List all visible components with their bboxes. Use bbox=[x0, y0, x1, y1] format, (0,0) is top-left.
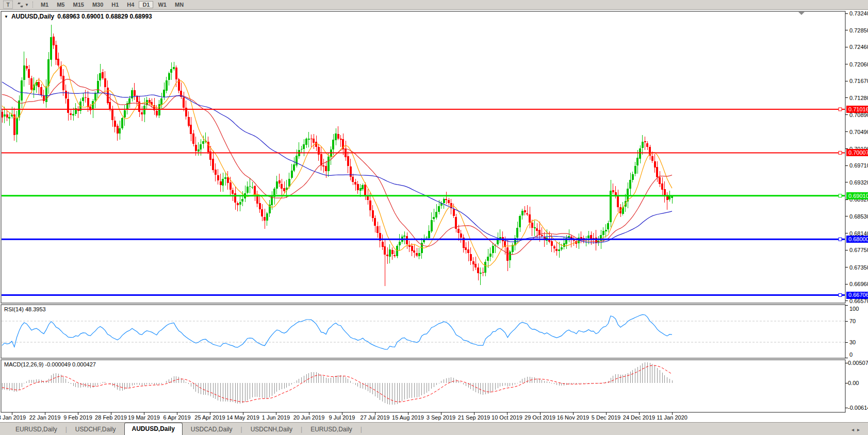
symbol-dropdown-icon[interactable]: ▼ bbox=[4, 14, 8, 19]
tab-scroll-arrows[interactable]: ◂▸ bbox=[851, 427, 863, 435]
timeframe-h1-button[interactable]: H1 bbox=[108, 1, 122, 8]
price-tick-label: 0.68140 bbox=[849, 230, 868, 237]
date-tick-label: 11 Jan 2020 bbox=[657, 414, 687, 421]
timeframe-d1-button[interactable]: D1 bbox=[139, 1, 153, 8]
price-tick-label: 0.73240 bbox=[849, 10, 868, 16]
timeframe-m1-button[interactable]: M1 bbox=[37, 1, 52, 8]
price-tick-label: 0.72850 bbox=[849, 27, 868, 34]
timeframe-m30-button[interactable]: M30 bbox=[89, 1, 107, 8]
top-toolbar: T ▼ M1 M5 M15 M30 H1 H4 D1 W1 MN bbox=[0, 0, 868, 10]
timeframe-m15-button[interactable]: M15 bbox=[69, 1, 87, 8]
hline-price-tag: 0.70007 bbox=[848, 149, 868, 156]
tab-separator: | bbox=[361, 426, 362, 435]
mt4-window: { "toolbar": { "text_tool": "T", "timefr… bbox=[0, 0, 868, 435]
hline-handle[interactable] bbox=[839, 294, 842, 297]
price-tick-label: 0.67350 bbox=[849, 264, 868, 271]
date-tick-label: 29 Oct 2019 bbox=[525, 414, 555, 421]
hline-handle[interactable] bbox=[839, 194, 842, 197]
price-tick-label: 0.66570 bbox=[849, 298, 868, 304]
date-tick-label: 16 Nov 2019 bbox=[557, 414, 589, 421]
macd-indicator-label: MACD(12,26,9) -0.000049 0.000427 bbox=[4, 361, 96, 367]
timeframe-mn-button[interactable]: MN bbox=[171, 1, 187, 8]
price-tick-label: 0.71280 bbox=[849, 95, 868, 101]
macd-tick-label: -0.006148 bbox=[848, 405, 868, 411]
hline-price-tag: 0.69010 bbox=[848, 193, 868, 199]
main-chart-pane[interactable] bbox=[1, 11, 845, 303]
price-tick-label: 0.72460 bbox=[849, 44, 868, 50]
rsi-tick-label: 100 bbox=[849, 306, 859, 312]
date-tick-label: 19 Mar 2019 bbox=[128, 414, 160, 421]
price-tick-label: 0.72060 bbox=[849, 61, 868, 68]
date-tick-label: 27 Jul 2019 bbox=[361, 414, 390, 421]
tab-audusd-active[interactable]: AUDUSD,Daily bbox=[124, 423, 183, 435]
macd-pane[interactable] bbox=[1, 360, 845, 412]
tab-usdchf[interactable]: USDCHF,Daily bbox=[67, 424, 124, 435]
ohlc-values: 0.68963 0.69001 0.68829 0.68993 bbox=[57, 13, 152, 20]
timeframe-h4-button[interactable]: H4 bbox=[123, 1, 138, 8]
hline-price-tag: 0.66706 bbox=[848, 292, 868, 298]
rsi-tick-label: 0 bbox=[849, 352, 853, 358]
date-tick-label: 6 Apr 2019 bbox=[163, 414, 190, 421]
tab-eurusd-1[interactable]: EURUSD,Daily bbox=[7, 424, 65, 435]
date-axis: 3 Jan 201922 Jan 20199 Feb 201928 Feb 20… bbox=[0, 412, 687, 421]
date-tick-label: 9 Jul 2019 bbox=[329, 414, 355, 421]
hline-handle[interactable] bbox=[839, 108, 842, 111]
symbol-label: AUDUSD,Daily bbox=[11, 13, 54, 20]
timeframe-m5-button[interactable]: M5 bbox=[53, 1, 68, 8]
price-tick-label: 0.71670 bbox=[849, 78, 868, 84]
price-tick-label: 0.69320 bbox=[849, 179, 868, 186]
date-tick-label: 21 Sep 2019 bbox=[458, 414, 490, 421]
price-axis: 0.732400.728500.724600.720600.716700.712… bbox=[845, 10, 868, 411]
date-tick-label: 3 Jan 2019 bbox=[0, 414, 26, 421]
macd-tick-label: 0.00 bbox=[848, 380, 859, 386]
hline-handle[interactable] bbox=[839, 238, 842, 241]
price-tick-label: 0.67750 bbox=[849, 247, 868, 253]
timeframe-w1-button[interactable]: W1 bbox=[154, 1, 170, 8]
date-tick-label: 10 Oct 2019 bbox=[492, 414, 522, 421]
rsi-tick-label: 70 bbox=[849, 318, 856, 324]
date-tick-label: 14 May 2019 bbox=[226, 414, 259, 421]
chart-canvas[interactable]: 0.732400.728500.724600.720600.716700.712… bbox=[0, 0, 868, 435]
symbol-tab-bar: EURUSD,Daily | USDCHF,Daily AUDUSD,Daily… bbox=[0, 422, 868, 435]
date-tick-label: 28 Feb 2019 bbox=[95, 414, 127, 421]
date-tick-label: 9 Feb 2019 bbox=[63, 414, 92, 421]
tab-usdcad[interactable]: USDCAD,Daily bbox=[183, 424, 241, 435]
chevron-down-icon[interactable]: ▼ bbox=[25, 3, 29, 7]
price-tick-label: 0.68530 bbox=[849, 213, 868, 220]
date-tick-label: 15 Aug 2019 bbox=[392, 414, 424, 421]
date-tick-label: 5 Dec 2019 bbox=[592, 414, 620, 421]
toolbar-grip bbox=[32, 2, 33, 8]
tab-usdcnh[interactable]: USDCNH,Daily bbox=[242, 424, 301, 435]
date-tick-label: 25 Apr 2019 bbox=[194, 414, 225, 421]
hline-price-tag: 0.68000 bbox=[848, 236, 868, 242]
price-tick-label: 0.70490 bbox=[849, 129, 868, 135]
macd-tick-label: 0.005076 bbox=[848, 360, 868, 366]
rsi-indicator-label: RSI(14) 48.3953 bbox=[4, 306, 46, 312]
tab-scroll-right-icon: ▸ bbox=[857, 427, 863, 432]
price-tick-label: 0.69710 bbox=[849, 162, 868, 169]
rsi-tick-label: 30 bbox=[849, 339, 856, 345]
chart-title: ▼ AUDUSD,Daily 0.68963 0.69001 0.68829 0… bbox=[4, 13, 152, 20]
date-tick-label: 22 Jan 2019 bbox=[29, 414, 61, 421]
date-tick-label: 20 Jun 2019 bbox=[293, 414, 325, 421]
arrange-arrows-icon[interactable]: ▼ bbox=[17, 2, 29, 8]
date-tick-label: 3 Sep 2019 bbox=[427, 414, 455, 421]
tab-eurusd-2[interactable]: EURUSD,Daily bbox=[302, 424, 361, 435]
text-tool-icon[interactable]: T bbox=[3, 1, 13, 9]
hline-price-tag: 0.71016 bbox=[848, 106, 868, 112]
tab-scroll-left-icon: ◂ bbox=[851, 427, 857, 432]
date-tick-label: 1 Jun 2019 bbox=[262, 414, 290, 421]
hline-handle[interactable] bbox=[839, 151, 842, 154]
date-tick-label: 24 Dec 2019 bbox=[623, 414, 655, 421]
price-tick-label: 0.66960 bbox=[849, 281, 868, 287]
